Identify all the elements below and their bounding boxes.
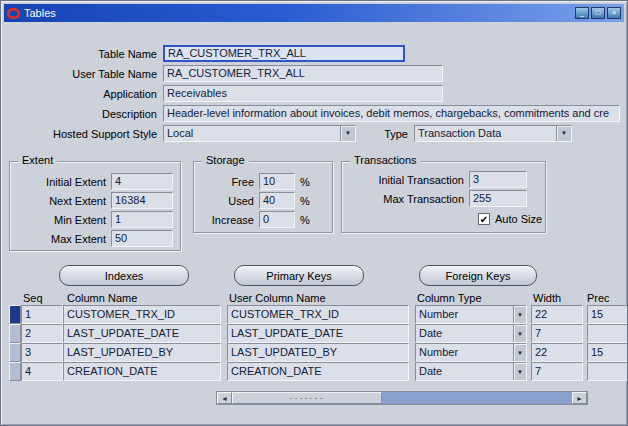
- used-percent-sign: %: [300, 195, 310, 207]
- column-name-cell[interactable]: LAST_UPDATE_DATE: [63, 324, 221, 343]
- record-selector[interactable]: [9, 305, 21, 324]
- column-type-select[interactable]: Number ▼: [415, 305, 527, 324]
- hosted-support-style-label: Hosted Support Style: [9, 128, 157, 140]
- width-cell[interactable]: 7: [531, 362, 583, 381]
- initial-transaction-label: Initial Transaction: [346, 174, 464, 186]
- width-cell[interactable]: 22: [531, 343, 583, 362]
- auto-size-checkbox[interactable]: ✔: [478, 213, 490, 225]
- prec-cell[interactable]: [587, 362, 628, 381]
- primary-keys-button[interactable]: Primary Keys: [234, 265, 364, 286]
- scroll-right-icon[interactable]: ►: [572, 392, 587, 404]
- used-row: Used 40 %: [198, 192, 328, 209]
- increase-percent-sign: %: [300, 214, 310, 226]
- table-name-row: Table Name RA_CUSTOMER_TRX_ALL: [9, 45, 623, 62]
- extent-legend: Extent: [18, 154, 57, 166]
- scroll-left-icon[interactable]: ◄: [217, 392, 232, 404]
- type-select[interactable]: Transaction Data ▼: [414, 125, 572, 142]
- chevron-down-icon[interactable]: ▼: [513, 344, 526, 361]
- user-table-name-label: User Table Name: [9, 68, 157, 80]
- indexes-button[interactable]: Indexes: [59, 265, 189, 286]
- min-extent-label: Min Extent: [14, 214, 106, 226]
- table-name-label: Table Name: [9, 48, 157, 60]
- col-header-user-column-name: User Column Name: [229, 292, 326, 304]
- min-extent-field[interactable]: 1: [111, 211, 173, 228]
- auto-size-label: Auto Size: [495, 213, 542, 225]
- minimize-button[interactable]: _: [575, 7, 589, 19]
- table-row: 3 LAST_UPDATED_BY LAST_UPDATED_BY Number…: [9, 343, 628, 362]
- next-extent-field[interactable]: 16384: [111, 192, 173, 209]
- seq-cell[interactable]: 2: [21, 324, 63, 343]
- storage-group: Storage Free 10 % Used 40 % Increase 0 %: [193, 161, 333, 233]
- increase-row: Increase 0 %: [198, 211, 328, 228]
- initial-extent-field[interactable]: 4: [111, 173, 173, 190]
- seq-cell[interactable]: 1: [21, 305, 63, 324]
- extent-group: Extent Initial Extent 4 Next Extent 1638…: [9, 161, 181, 251]
- column-name-cell[interactable]: CUSTOMER_TRX_ID: [63, 305, 221, 324]
- record-selector[interactable]: [9, 324, 21, 343]
- column-name-cell[interactable]: CREATION_DATE: [63, 362, 221, 381]
- application-row: Application Receivables: [9, 85, 623, 102]
- tables-window: Tables _ □ × Table Name RA_CUSTOMER_TRX_…: [0, 0, 628, 426]
- free-field[interactable]: 10: [259, 173, 295, 190]
- col-header-column-name: Column Name: [67, 292, 137, 304]
- hosted-support-style-select[interactable]: Local ▼: [163, 125, 356, 142]
- chevron-down-icon[interactable]: ▼: [340, 126, 355, 141]
- chevron-down-icon[interactable]: ▼: [556, 126, 571, 141]
- next-extent-row: Next Extent 16384: [14, 192, 176, 209]
- column-name-cell[interactable]: LAST_UPDATED_BY: [63, 343, 221, 362]
- column-type-value: Date: [416, 363, 513, 380]
- table-row: 2 LAST_UPDATE_DATE LAST_UPDATE_DATE Date…: [9, 324, 628, 343]
- user-column-name-cell[interactable]: CREATION_DATE: [227, 362, 409, 381]
- oracle-logo-icon: [7, 8, 20, 19]
- title-bar[interactable]: Tables _ □ ×: [4, 4, 624, 22]
- min-extent-row: Min Extent 1: [14, 211, 176, 228]
- column-type-value: Number: [416, 306, 513, 323]
- user-column-name-cell[interactable]: CUSTOMER_TRX_ID: [227, 305, 409, 324]
- support-style-row: Hosted Support Style Local ▼ Type Transa…: [9, 125, 623, 142]
- seq-cell[interactable]: 3: [21, 343, 63, 362]
- user-column-name-cell[interactable]: LAST_UPDATED_BY: [227, 343, 409, 362]
- width-cell[interactable]: 7: [531, 324, 583, 343]
- transactions-legend: Transactions: [350, 154, 421, 166]
- free-label: Free: [198, 176, 254, 188]
- column-type-select[interactable]: Date ▼: [415, 324, 527, 343]
- horizontal-scrollbar[interactable]: ◄ ······· ►: [216, 391, 588, 405]
- prec-cell[interactable]: 15: [587, 343, 628, 362]
- max-transaction-label: Max Transaction: [346, 193, 464, 205]
- scrollbar-thumb[interactable]: ·······: [232, 392, 382, 404]
- close-button[interactable]: ×: [607, 7, 621, 19]
- used-label: Used: [198, 195, 254, 207]
- column-type-value: Number: [416, 344, 513, 361]
- description-label: Description: [9, 108, 157, 120]
- used-field[interactable]: 40: [259, 192, 295, 209]
- column-type-select[interactable]: Number ▼: [415, 343, 527, 362]
- description-field[interactable]: Header-level information about invoices,…: [163, 105, 620, 122]
- column-type-select[interactable]: Date ▼: [415, 362, 527, 381]
- chevron-down-icon[interactable]: ▼: [513, 306, 526, 323]
- record-selector[interactable]: [9, 362, 21, 381]
- window-title: Tables: [24, 7, 56, 19]
- storage-legend: Storage: [202, 154, 249, 166]
- prec-cell[interactable]: 15: [587, 305, 628, 324]
- maximize-button[interactable]: □: [591, 7, 605, 19]
- width-cell[interactable]: 22: [531, 305, 583, 324]
- chevron-down-icon[interactable]: ▼: [513, 325, 526, 342]
- increase-field[interactable]: 0: [259, 211, 295, 228]
- max-extent-row: Max Extent 50: [14, 230, 176, 247]
- prec-cell[interactable]: [587, 324, 628, 343]
- initial-transaction-field[interactable]: 3: [469, 171, 527, 188]
- auto-size-row: ✔ Auto Size: [478, 210, 542, 227]
- seq-cell[interactable]: 4: [21, 362, 63, 381]
- table-name-field[interactable]: RA_CUSTOMER_TRX_ALL: [163, 45, 405, 62]
- user-column-name-cell[interactable]: LAST_UPDATE_DATE: [227, 324, 409, 343]
- max-transaction-field[interactable]: 255: [469, 190, 527, 207]
- user-table-name-field[interactable]: RA_CUSTOMER_TRX_ALL: [163, 65, 443, 82]
- record-selector[interactable]: [9, 343, 21, 362]
- chevron-down-icon[interactable]: ▼: [513, 363, 526, 380]
- foreign-keys-button[interactable]: Foreign Keys: [419, 265, 537, 286]
- free-percent-sign: %: [300, 176, 310, 188]
- max-extent-field[interactable]: 50: [111, 230, 173, 247]
- application-field[interactable]: Receivables: [163, 85, 443, 102]
- table-row: 1 CUSTOMER_TRX_ID CUSTOMER_TRX_ID Number…: [9, 305, 628, 324]
- scrollbar-track[interactable]: [382, 392, 572, 404]
